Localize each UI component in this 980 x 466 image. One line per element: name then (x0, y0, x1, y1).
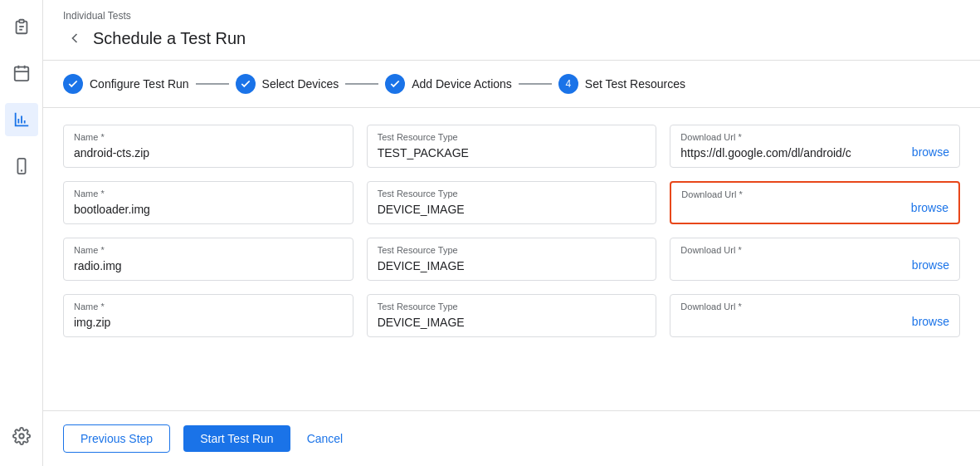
resource-3-browse-button[interactable]: browse (912, 258, 949, 272)
sidebar-item-clipboard[interactable] (5, 10, 38, 43)
step-label-set-test-resources: Set Test Resources (585, 77, 685, 91)
step-label-configure: Configure Test Run (90, 77, 189, 91)
step-circle-set-test-resources: 4 (558, 74, 578, 94)
resource-3-url-label: Download Url * (680, 245, 905, 255)
step-connector-1 (196, 83, 229, 85)
step-set-test-resources: 4 Set Test Resources (558, 74, 685, 94)
resource-3-name-label: Name * (74, 245, 343, 255)
resource-4-browse-button[interactable]: browse (912, 315, 949, 328)
resource-4-name-field: Name * img.zip (63, 294, 353, 337)
main-content: Individual Tests Schedule a Test Run Con… (43, 0, 980, 466)
resource-1-url-content: Download Url * https://dl.google.com/dl/… (680, 132, 905, 160)
resource-3-url-field: Download Url * browse (670, 238, 960, 281)
resource-4-name-value: img.zip (74, 316, 110, 329)
resource-2-url-label: Download Url * (681, 189, 904, 199)
stepper: Configure Test Run Select Devices Add De… (43, 61, 980, 108)
resource-1-type-label: Test Resource Type (378, 132, 646, 142)
title-row: Schedule a Test Run (63, 27, 960, 50)
resource-3-url-content: Download Url * (680, 245, 905, 258)
step-connector-2 (345, 83, 378, 85)
start-test-run-button[interactable]: Start Test Run (183, 425, 290, 452)
resource-4-type-label: Test Resource Type (378, 302, 646, 311)
resource-4-name-label: Name * (74, 302, 343, 311)
resource-2-name-label: Name * (74, 189, 343, 199)
resource-1-url-value: https://dl.google.com/dl/android/c (680, 146, 851, 159)
step-configure: Configure Test Run (63, 74, 189, 94)
step-add-device-actions: Add Device Actions (385, 74, 512, 94)
sidebar-item-phone[interactable] (5, 150, 38, 183)
cancel-button[interactable]: Cancel (304, 425, 347, 452)
sidebar-item-chart[interactable] (5, 103, 38, 136)
resource-2-url-content: Download Url * (681, 189, 904, 203)
svg-rect-3 (14, 67, 28, 81)
resource-row-3: Name * radio.img Test Resource Type DEVI… (63, 238, 960, 281)
resource-3-type-label: Test Resource Type (378, 245, 646, 255)
content-area: Name * android-cts.zip Test Resource Typ… (43, 108, 980, 410)
step-select-devices: Select Devices (236, 74, 339, 94)
resource-row-4: Name * img.zip Test Resource Type DEVICE… (63, 294, 960, 337)
resource-1-url-field: Download Url * https://dl.google.com/dl/… (670, 125, 960, 168)
resource-2-url-field: Download Url * browse (670, 181, 960, 224)
step-label-select-devices: Select Devices (262, 77, 339, 91)
step-connector-3 (519, 83, 552, 85)
resource-1-name-label: Name * (74, 132, 343, 142)
previous-step-button[interactable]: Previous Step (63, 424, 170, 453)
resource-1-type-field: Test Resource Type TEST_PACKAGE (367, 125, 657, 168)
back-button[interactable] (63, 27, 86, 50)
resource-1-browse-button[interactable]: browse (912, 145, 949, 159)
resource-2-browse-button[interactable]: browse (911, 201, 948, 214)
resource-3-name-value: radio.img (74, 259, 122, 272)
resource-1-name-field: Name * android-cts.zip (63, 125, 353, 168)
resource-4-url-field: Download Url * browse (670, 294, 960, 337)
resource-3-type-field: Test Resource Type DEVICE_IMAGE (367, 238, 657, 281)
resource-2-type-label: Test Resource Type (378, 189, 646, 199)
resource-row-1: Name * android-cts.zip Test Resource Typ… (63, 125, 960, 168)
step-circle-configure (63, 74, 83, 94)
sidebar-item-settings[interactable] (5, 419, 38, 453)
step-label-add-device-actions: Add Device Actions (412, 77, 512, 91)
resource-2-name-field: Name * bootloader.img (63, 181, 353, 224)
footer: Previous Step Start Test Run Cancel (43, 410, 980, 466)
header: Individual Tests Schedule a Test Run (43, 0, 980, 61)
step-circle-add-device-actions (385, 74, 405, 94)
resource-row-2: Name * bootloader.img Test Resource Type… (63, 181, 960, 224)
resource-4-url-label: Download Url * (680, 302, 905, 311)
resource-1-url-label: Download Url * (680, 132, 905, 142)
resource-2-type-value: DEVICE_IMAGE (378, 203, 465, 216)
resource-2-type-field: Test Resource Type DEVICE_IMAGE (367, 181, 657, 224)
svg-rect-0 (19, 20, 24, 23)
breadcrumb: Individual Tests (63, 10, 960, 22)
resource-3-name-field: Name * radio.img (63, 238, 353, 281)
resource-1-type-value: TEST_PACKAGE (378, 146, 469, 159)
resource-2-name-value: bootloader.img (74, 203, 150, 216)
sidebar-item-calendar[interactable] (5, 56, 38, 90)
svg-point-9 (19, 434, 24, 439)
resource-4-url-content: Download Url * (680, 302, 905, 315)
page-title: Schedule a Test Run (93, 29, 246, 48)
resource-4-type-value: DEVICE_IMAGE (378, 316, 465, 329)
resource-4-type-field: Test Resource Type DEVICE_IMAGE (367, 294, 657, 337)
step-circle-select-devices (236, 74, 256, 94)
resource-1-name-value: android-cts.zip (74, 146, 149, 159)
resource-3-type-value: DEVICE_IMAGE (378, 259, 465, 272)
sidebar (0, 0, 43, 466)
